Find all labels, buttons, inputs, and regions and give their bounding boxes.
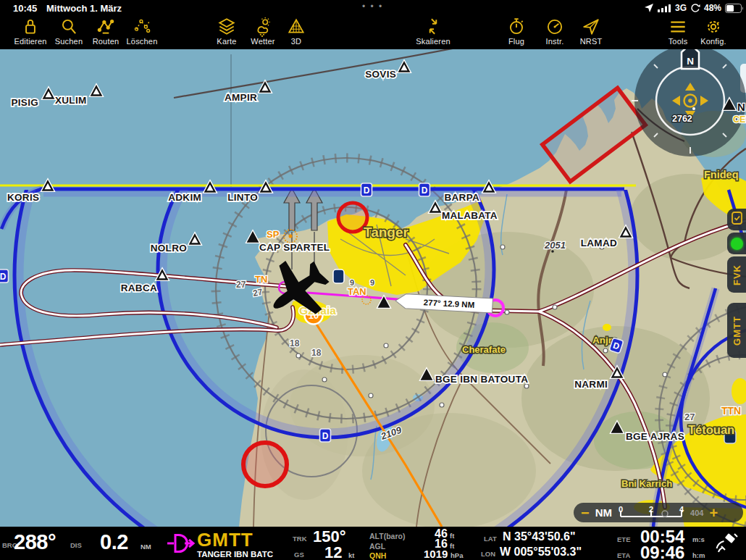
map-text: TAN: [348, 286, 366, 297]
map-text: CE: [733, 114, 745, 125]
delete-route-icon: [133, 17, 151, 37]
toolbar-flug-button[interactable]: Flug: [495, 17, 537, 46]
qnh-value: 1019: [424, 548, 448, 560]
active-waypoint-id[interactable]: GMTT: [197, 529, 253, 551]
map-text: 27: [684, 411, 695, 422]
toolbar-label: Konfig.: [700, 37, 726, 46]
svg-text:D: D: [364, 185, 370, 196]
svg-text:D: D: [0, 272, 7, 282]
record-dot: [731, 238, 743, 250]
map-text: 9: [370, 278, 374, 287]
fix-label: BARPA: [445, 192, 480, 203]
danger-area-marker: D: [0, 269, 9, 283]
map-text: 18: [311, 348, 322, 358]
tab-label: FVK: [732, 264, 742, 285]
toolbar-konfig-button[interactable]: Konfig.: [692, 17, 734, 46]
toolbar-label: Instr.: [545, 37, 563, 46]
city-label: Bni Karrich: [621, 478, 672, 489]
map-text: 18: [290, 338, 300, 348]
spot-elevation-dot: [663, 372, 667, 377]
map-canvas: 10 277° 12.9 NM: [0, 49, 746, 527]
svg-text:2: 2: [649, 505, 653, 514]
top-toolbar: Editieren Suchen Routen Löschen Karte We…: [0, 16, 746, 49]
fix-label: LAMAD: [581, 238, 617, 248]
toolbar-label: Tools: [669, 37, 688, 46]
checklist-tab[interactable]: [727, 209, 746, 230]
toolbar-label: Skalieren: [416, 37, 450, 46]
city-label: Fnideq: [704, 169, 739, 180]
map-scale-bar: − NM 0 2 4 404 +: [574, 503, 743, 522]
ete-label: ETE: [617, 535, 630, 543]
lon-value: W 005°55'03.3": [500, 546, 582, 559]
danger-area-marker: D: [320, 429, 331, 442]
map-text: 9: [350, 278, 354, 287]
toolbar-editieren-button[interactable]: Editieren: [9, 17, 51, 46]
alt-label: ALT(baro): [369, 532, 405, 540]
fix-label: AMPIR: [225, 92, 257, 103]
map-underlay-text: 404: [690, 509, 703, 517]
network-type: 3G: [675, 3, 687, 13]
location-arrow-icon: [644, 3, 654, 13]
gauge-icon: [545, 17, 564, 37]
map-text: 27: [236, 280, 246, 290]
danger-area-marker: D: [419, 183, 430, 196]
dis-value: 0.2: [100, 530, 128, 554]
toolbar-label: 3D: [291, 37, 301, 46]
map-text: 2051: [544, 240, 566, 251]
toolbar-label: NRST: [580, 37, 603, 46]
dis-label: DIS: [70, 541, 82, 549]
toolbar-suchen-button[interactable]: Suchen: [48, 17, 90, 46]
svg-text:D: D: [322, 431, 329, 441]
zoom-out-button[interactable]: −: [581, 506, 590, 520]
scale-ruler: 0 2 4: [618, 504, 684, 522]
lat-value: N 35°43'50.6": [503, 530, 576, 543]
dis-unit: NM: [141, 543, 151, 551]
qnh-unit: hPa: [450, 551, 463, 559]
map-text: 27: [252, 287, 264, 298]
waypoint-tab-fvk[interactable]: FVK: [727, 256, 746, 293]
record-tab[interactable]: [727, 233, 746, 254]
battery-percent: 48%: [704, 3, 721, 13]
waypoint-tab-gmtt[interactable]: GMTT: [727, 303, 746, 358]
agl-unit: ft: [450, 542, 454, 550]
trk-label: TRK: [293, 535, 307, 543]
toolbar-label: Routen: [93, 37, 120, 46]
cellular-signal-icon: [658, 4, 671, 12]
agl-label: AGL: [369, 542, 385, 551]
toolbar-label: Suchen: [55, 37, 83, 46]
fix-label: XULIM: [55, 95, 87, 106]
toolbar-loeschen-button[interactable]: Löschen: [121, 17, 163, 46]
map-text: TTN: [721, 405, 741, 417]
toolbar-label: Karte: [217, 37, 236, 46]
fix-label: ADKIM: [168, 192, 201, 203]
spot-elevation-dot: [500, 245, 505, 249]
battery-icon: [725, 4, 744, 13]
status-bar: 10:45 Mittwoch 1. März • • • 3G 48%: [0, 0, 746, 16]
waypoint-symbol-icon: [167, 532, 196, 557]
menu-icon: [669, 17, 687, 37]
gear-icon: [704, 17, 723, 37]
flight-data-bar: BRG 288° DIS 0.2 NM GMTT TANGER IBN BATC…: [0, 527, 746, 560]
fix-label: CAP SPARTEL: [259, 242, 330, 253]
gs-label: GS: [294, 551, 304, 559]
eta-unit: h:m: [692, 551, 705, 559]
zoom-in-button[interactable]: +: [709, 506, 718, 520]
terrain-3d-icon: [286, 17, 306, 37]
svg-text:4: 4: [679, 505, 684, 514]
active-waypoint-name: TANGER IBN BATC: [197, 550, 273, 559]
spot-elevation-dot: [322, 377, 327, 382]
toolbar-skalieren-button[interactable]: Skalieren: [412, 17, 454, 46]
fix-label: RABCA: [121, 283, 157, 293]
toolbar-label: Flug: [508, 37, 524, 46]
gs-unit: kt: [348, 551, 354, 559]
moving-map[interactable]: 10 277° 12.9 NM: [0, 49, 746, 527]
toolbar-nrst-button[interactable]: NRST: [570, 17, 612, 46]
city-label: Cherafate: [462, 344, 506, 355]
toolbar-3d-button[interactable]: 3D: [275, 17, 317, 46]
search-icon: [59, 17, 78, 37]
spot-elevation-dot: [440, 403, 444, 407]
city-label: Tanger: [364, 225, 409, 240]
spot-elevation-dot: [505, 310, 509, 314]
clock: 10:45: [13, 3, 37, 14]
spot-elevation-dot: [603, 348, 608, 353]
